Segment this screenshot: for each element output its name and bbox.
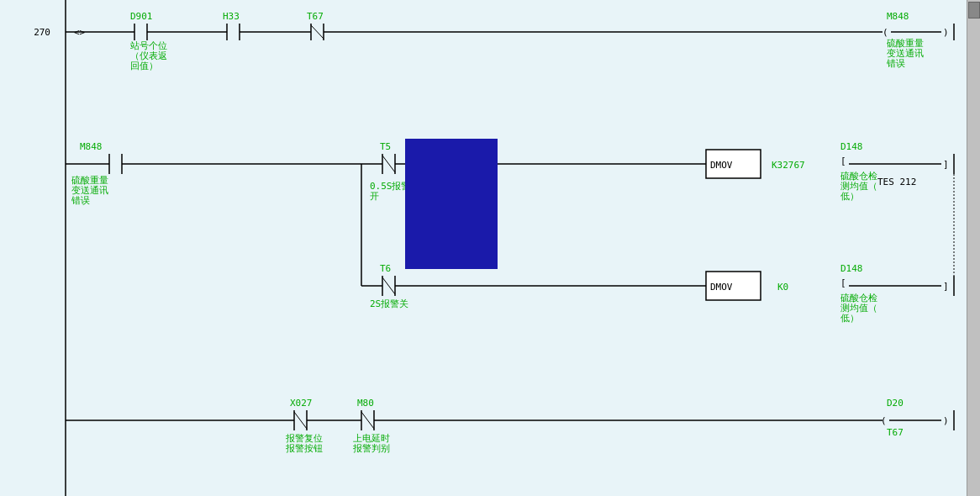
scrollbar-thumb[interactable] — [968, 2, 980, 18]
t6-label: T6 — [380, 263, 391, 274]
dmov2-label: DMOV — [710, 282, 733, 293]
x027-label: X027 — [290, 398, 313, 409]
tes212-label: TES 212 — [877, 177, 916, 187]
k0-label: K0 — [777, 282, 788, 293]
d148-coil2-bracket-open: [ — [840, 277, 846, 288]
d148-coil-bracket-close: ] — [943, 159, 949, 170]
t5-label: T5 — [380, 141, 391, 152]
d148-coil-bracket-open: [ — [840, 156, 846, 166]
d148-desc2-3: 低） — [840, 313, 859, 324]
ladder-diagram: 270 <> D901 站号个位 （仪表返 回值） — [0, 0, 967, 496]
t67-label-row270: T67 — [307, 11, 324, 22]
m848-label-top: M848 — [887, 11, 909, 22]
svg-line-31 — [382, 277, 395, 294]
t67-coil-label: T67 — [887, 427, 904, 438]
m80-desc2: 报警判别 — [352, 443, 390, 454]
svg-line-11 — [311, 25, 324, 39]
m848-contact-label: M848 — [80, 141, 103, 152]
d20-label: D20 — [887, 398, 904, 409]
t6-desc1: 2S报警关 — [370, 298, 408, 309]
scrollbar-right[interactable] — [967, 0, 980, 496]
h33-label: H33 — [223, 11, 240, 22]
t67-coil-open: ( — [881, 415, 887, 426]
line-number-270: 270 — [34, 27, 50, 38]
m848-contact-desc3: 错误 — [71, 195, 90, 206]
timer-block — [405, 139, 498, 269]
main-container: 270 <> D901 站号个位 （仪表返 回值） — [0, 0, 980, 496]
t5-desc2: 开 — [370, 191, 379, 202]
d901-desc-line3: 回值） — [130, 61, 158, 71]
diagram-area: 270 <> D901 站号个位 （仪表返 回值） — [0, 0, 967, 496]
dmov1-label: DMOV — [710, 160, 733, 171]
d148-desc1-3: 低） — [840, 191, 859, 202]
svg-line-39 — [294, 412, 307, 429]
k32767-label: K32767 — [772, 160, 805, 171]
d148-label-2: D148 — [840, 263, 863, 274]
d901-label: D901 — [130, 11, 153, 22]
x027-desc2: 报警按钮 — [285, 443, 323, 454]
svg-line-23 — [382, 156, 395, 172]
t67-coil-close: ) — [943, 415, 949, 426]
d148-label-1: D148 — [840, 141, 863, 152]
svg-line-43 — [361, 412, 374, 429]
m848-coil-desc3: 错误 — [886, 58, 905, 69]
m848-coil-close: ) — [943, 27, 949, 38]
m80-label: M80 — [357, 398, 374, 409]
m848-coil-open: ( — [883, 27, 888, 38]
d148-coil2-bracket-close: ] — [943, 281, 949, 292]
